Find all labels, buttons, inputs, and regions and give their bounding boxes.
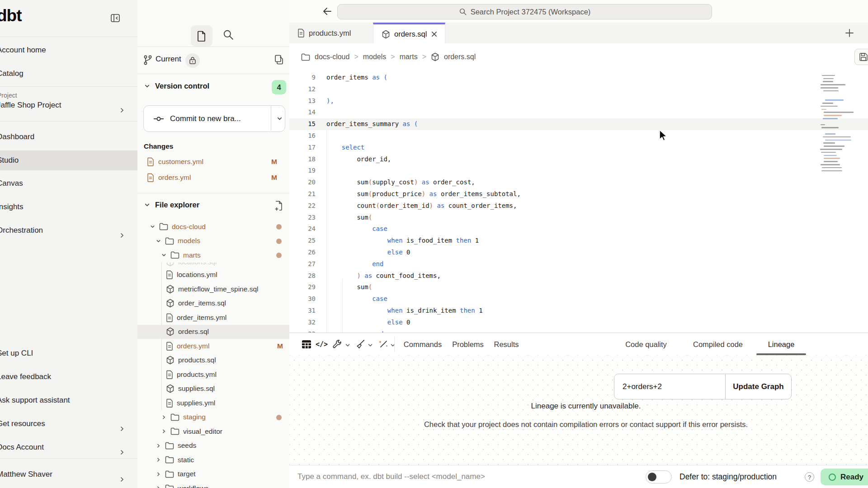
back-arrow-icon[interactable] xyxy=(322,6,333,17)
tree-file-products-sql[interactable]: products.sql xyxy=(137,353,289,368)
search-files-icon[interactable] xyxy=(222,29,234,41)
defer-help-icon[interactable]: ? xyxy=(805,472,814,482)
bottom-tab-lineage[interactable]: Lineage xyxy=(768,333,795,356)
search-input[interactable]: Search Project 372475 (Workspace) xyxy=(337,4,712,19)
minimap-line xyxy=(823,142,835,144)
commit-button[interactable]: Commit to new bra... xyxy=(143,105,285,132)
collapse-sidebar-icon[interactable] xyxy=(111,14,120,24)
sidebar-item-studio[interactable]: Studio xyxy=(0,150,137,170)
lineage-error-detail: Check that your project does not contain… xyxy=(424,420,748,429)
update-graph-button[interactable]: Update Graph xyxy=(725,374,791,399)
new-tab-icon[interactable] xyxy=(844,28,854,38)
bottom-tab-code-quality[interactable]: Code quality xyxy=(625,333,667,356)
tree-folder-target[interactable]: target xyxy=(137,467,289,482)
branch-name[interactable]: Current xyxy=(156,55,181,64)
sidebar-item-leave-feedback[interactable]: Leave feedback xyxy=(0,367,137,387)
bottom-tab-results[interactable]: Results xyxy=(494,333,519,356)
sidebar-item-get-resources[interactable]: Get resources xyxy=(0,414,137,434)
tree-folder-models[interactable]: models xyxy=(137,234,289,249)
chevron-down-icon xyxy=(144,202,151,208)
chevron-right-icon xyxy=(161,414,167,420)
tree-folder-marts[interactable]: marts xyxy=(137,248,289,263)
tab-orders-sql[interactable]: orders.sql xyxy=(373,23,445,44)
minimap-line xyxy=(822,103,833,104)
breadcrumb-item[interactable]: marts xyxy=(400,53,418,61)
broom-icon[interactable] xyxy=(355,339,366,349)
connection-status-badge[interactable]: Ready xyxy=(821,469,868,485)
tree-item-label: docs-cloud xyxy=(172,223,206,231)
sidebar-item-account-home[interactable]: Account home xyxy=(0,40,137,60)
tree-file-order_items-yml[interactable]: order_items.yml xyxy=(137,310,289,325)
tab-products-yml[interactable]: products.yml xyxy=(289,23,373,43)
changed-file-row[interactable]: orders.ymlM xyxy=(143,170,283,185)
sidebar-item-canvas[interactable]: Canvas xyxy=(0,174,137,193)
defer-toggle[interactable] xyxy=(646,470,672,483)
line-number: 19 xyxy=(289,165,316,177)
sidebar-user-menu[interactable]: Matthew Shaver xyxy=(0,465,137,484)
save-file-button[interactable] xyxy=(854,49,868,65)
tree-file-locations-yml[interactable]: locations.yml xyxy=(137,268,289,282)
tree-file-orders-yml[interactable]: orders.ymlM xyxy=(137,339,289,353)
file-explorer-header[interactable]: File explorer xyxy=(144,201,199,209)
project-switcher[interactable]: Jaffle Shop Project xyxy=(0,96,137,115)
yaml-file-icon xyxy=(297,28,305,38)
divider xyxy=(394,337,395,352)
sidebar-item-docs-account[interactable]: Docs Account xyxy=(0,437,137,457)
bottom-tab-compiled-code[interactable]: Compiled code xyxy=(693,333,743,356)
tree-file-products-yml[interactable]: products.yml xyxy=(137,367,289,382)
lineage-selector-input[interactable]: 2+orders+2 xyxy=(614,382,725,391)
wand-dropdown-chevron-icon[interactable] xyxy=(390,342,396,348)
command-input[interactable]: Type a command, ex. dbt build --select <… xyxy=(297,465,485,488)
sidebar-item-orchestration[interactable]: Orchestration xyxy=(0,221,137,240)
tree-file-metricflow_time_spine-sql[interactable]: metricflow_time_spine.sql xyxy=(137,282,289,296)
wrench-dropdown-chevron-icon[interactable] xyxy=(344,342,351,348)
model-icon xyxy=(166,263,175,267)
model-icon xyxy=(166,384,175,393)
main-area: Search Project 372475 (Workspace) produc… xyxy=(289,0,868,488)
folder-icon xyxy=(165,456,174,464)
breadcrumb-item[interactable]: docs-cloud xyxy=(315,53,349,61)
tree-folder-docs-cloud[interactable]: docs-cloud xyxy=(137,220,289,234)
wrench-icon[interactable] xyxy=(332,339,342,349)
model-icon xyxy=(166,356,175,365)
results-table-icon[interactable] xyxy=(301,339,312,350)
minimap[interactable] xyxy=(819,72,854,175)
tree-folder-workflows[interactable]: workflows xyxy=(137,481,289,488)
tree-file-order_items-sql[interactable]: order_items.sql xyxy=(137,296,289,311)
minimap-line xyxy=(823,90,839,92)
tree-file-supplies-sql[interactable]: supplies.sql xyxy=(137,382,289,396)
copy-icon[interactable] xyxy=(274,54,284,65)
broom-dropdown-chevron-icon[interactable] xyxy=(367,342,373,348)
tree-folder-seeds[interactable]: seeds xyxy=(137,439,289,453)
branch-locked-badge xyxy=(185,53,200,68)
code-icon[interactable]: </> xyxy=(316,340,328,348)
nav-sidebar: dbt Account homeCatalog Project Jaffle S… xyxy=(0,0,138,488)
sidebar-item-insights[interactable]: Insights xyxy=(0,197,137,217)
folder-icon xyxy=(301,53,310,61)
tree-folder-staging[interactable]: staging xyxy=(137,410,289,425)
bottom-tab-problems[interactable]: Problems xyxy=(452,333,484,356)
files-view-button[interactable] xyxy=(191,25,212,47)
sidebar-item-catalog[interactable]: Catalog xyxy=(0,64,137,84)
line-number: 26 xyxy=(289,247,316,258)
changed-file-row[interactable]: customers.ymlM xyxy=(143,154,283,169)
tree-file-supplies-yml[interactable]: supplies.yml xyxy=(137,396,289,410)
code-line: 17 select xyxy=(289,142,868,154)
tree-file-orders-sql[interactable]: orders.sql xyxy=(137,325,289,339)
tree-folder-visual_editor[interactable]: visual_editor xyxy=(137,424,289,439)
close-icon[interactable] xyxy=(431,31,438,38)
minimap-line xyxy=(824,115,842,116)
tree-file-locations-sql[interactable]: locations.sql xyxy=(137,263,289,268)
commit-dropdown-chevron-icon[interactable] xyxy=(276,115,283,122)
tree-folder-static[interactable]: static xyxy=(137,453,289,467)
bottom-tab-commands[interactable]: Commands xyxy=(404,333,442,356)
breadcrumb-item[interactable]: models xyxy=(363,53,387,61)
version-control-header[interactable]: Version control xyxy=(144,82,209,90)
sidebar-item-set-up-cli[interactable]: Set up CLI xyxy=(0,343,137,363)
new-file-icon[interactable] xyxy=(274,201,283,211)
line-number: 17 xyxy=(289,142,316,154)
magic-wand-icon[interactable] xyxy=(378,339,389,350)
sidebar-item-dashboard[interactable]: Dashboard xyxy=(0,127,137,147)
code-text: else 0 xyxy=(326,247,410,258)
sidebar-item-ask-support-assistant[interactable]: Ask support assistant xyxy=(0,390,137,410)
